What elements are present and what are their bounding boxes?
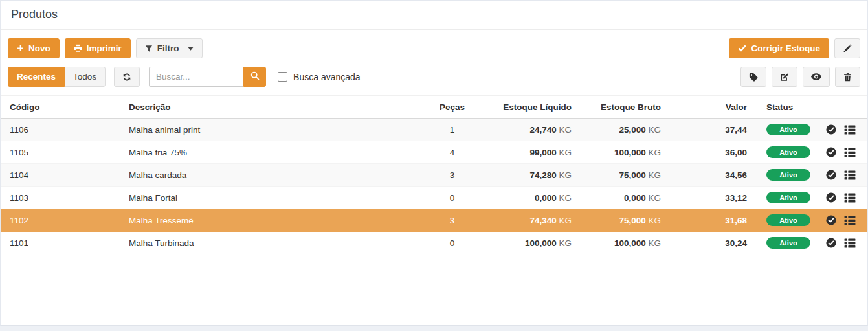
cell-valor: 37,44 [666,119,752,141]
status-badge: Ativo [766,214,810,226]
correct-stock-button-label: Corrigir Estoque [751,43,820,53]
plus-icon [17,45,24,52]
table-row[interactable]: 1106 Malha animal print 1 24,740 KG 25,0… [1,119,867,141]
caret-down-icon [188,47,194,51]
toolbar-row-secondary: Recentes Todos [8,67,860,87]
toolbar-right-primary: Corrigir Estoque [729,38,860,58]
list-details-icon[interactable] [844,193,856,203]
printer-icon [74,44,82,52]
cell-status: Ativo [752,232,823,255]
cell-estoque-liquido: 0,000 KG [470,187,577,209]
check-circle-icon[interactable] [826,170,836,180]
list-details-icon[interactable] [844,216,856,225]
cell-actions [823,119,867,141]
check-circle-icon[interactable] [826,238,836,248]
view-button[interactable] [803,67,830,87]
cell-estoque-bruto: 75,000 KG [577,209,666,232]
advanced-search-toggle[interactable]: Busca avançada [278,72,361,82]
eye-icon [811,73,821,80]
cell-codigo: 1104 [1,164,124,187]
cell-codigo: 1106 [1,119,124,141]
cell-descricao: Malha Tressemê [124,209,434,232]
list-details-icon[interactable] [844,170,856,180]
column-header-valor: Valor [666,96,752,119]
column-header-estoque-bruto: Estoque Bruto [577,96,666,119]
table-row[interactable]: 1101 Malha Turbinada 0 100,000 KG 100,00… [1,232,867,255]
cell-actions [823,209,867,232]
recent-tab-button[interactable]: Recentes [8,67,65,87]
recent-all-toggle: Recentes Todos [8,67,106,87]
check-circle-icon[interactable] [826,147,836,157]
cell-estoque-liquido: 74,340 KG [470,209,577,232]
column-header-descricao: Descrição [124,96,434,119]
products-table: Código Descrição Peças Estoque Líquido E… [1,95,867,254]
toolbar-row-primary: Novo Imprimir Filtro [8,38,860,58]
cell-descricao: Malha Turbinada [124,232,434,255]
cell-status: Ativo [752,141,823,164]
cell-estoque-liquido: 24,740 KG [470,119,577,141]
cell-status: Ativo [752,119,823,141]
cell-descricao: Malha fria 75% [124,141,434,164]
cell-valor: 31,68 [666,209,752,232]
cell-actions [823,164,867,187]
product-table-body: 1106 Malha animal print 1 24,740 KG 25,0… [1,119,867,255]
refresh-icon [122,73,131,82]
refresh-button[interactable] [114,67,140,87]
cell-status: Ativo [752,209,823,232]
search-icon [250,71,260,82]
search-group [149,67,266,87]
toolbar-left-primary: Novo Imprimir Filtro [8,38,203,58]
column-header-pecas: Peças [434,96,470,119]
cell-pecas: 3 [434,164,470,187]
page-header: Produtos [1,1,867,30]
cell-valor: 33,12 [666,187,752,209]
edit-button[interactable] [834,38,860,58]
column-header-codigo: Código [1,96,124,119]
check-circle-icon[interactable] [826,215,836,225]
cell-estoque-bruto: 75,000 KG [577,164,666,187]
correct-stock-button[interactable]: Corrigir Estoque [729,38,829,58]
cell-valor: 30,24 [666,232,752,255]
list-details-icon[interactable] [844,238,856,248]
cell-estoque-liquido: 74,280 KG [470,164,577,187]
table-row[interactable]: 1104 Malha cardada 3 74,280 KG 75,000 KG… [1,164,867,187]
check-icon [738,44,746,52]
search-input[interactable] [149,67,243,87]
edit-note-button[interactable] [772,67,797,87]
edit-square-icon [780,73,789,82]
search-button[interactable] [243,67,266,87]
cell-valor: 34,56 [666,164,752,187]
cell-estoque-liquido: 99,000 KG [470,141,577,164]
filter-button[interactable]: Filtro [136,38,203,58]
all-tab-button[interactable]: Todos [64,67,106,87]
print-button[interactable]: Imprimir [65,38,131,58]
cell-pecas: 0 [434,187,470,209]
cell-estoque-bruto: 100,000 KG [577,232,666,255]
status-badge: Ativo [766,192,810,203]
cell-estoque-bruto: 0,000 KG [577,187,666,209]
print-button-label: Imprimir [87,43,122,53]
table-row[interactable]: 1105 Malha fria 75% 4 99,000 KG 100,000 … [1,141,867,164]
cell-descricao: Malha Fortal [124,187,434,209]
table-row[interactable]: 1103 Malha Fortal 0 0,000 KG 0,000 KG 33… [1,187,867,209]
list-details-icon[interactable] [844,148,856,157]
toolbar-right-secondary [740,67,860,87]
column-header-actions [823,96,867,119]
advanced-search-checkbox[interactable] [278,72,287,82]
cell-pecas: 0 [434,232,470,255]
tag-button[interactable] [740,67,766,87]
new-button[interactable]: Novo [8,38,60,58]
table-row[interactable]: 1102 Malha Tressemê 3 74,340 KG 75,000 K… [1,209,867,232]
cell-status: Ativo [752,164,823,187]
toolbar-left-secondary: Recentes Todos [8,67,361,87]
page-title: Produtos [11,8,58,21]
check-circle-icon[interactable] [826,124,836,135]
cell-codigo: 1102 [1,209,124,232]
delete-button[interactable] [835,67,860,87]
advanced-search-label[interactable]: Busca avançada [293,72,361,82]
status-badge: Ativo [766,237,810,249]
list-details-icon[interactable] [844,125,856,135]
check-circle-icon[interactable] [826,192,836,203]
filter-button-label: Filtro [157,43,179,53]
cell-pecas: 4 [434,141,470,164]
